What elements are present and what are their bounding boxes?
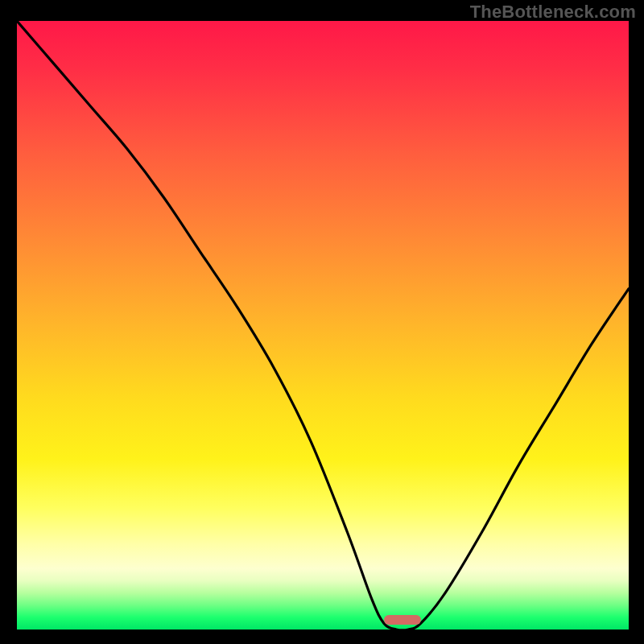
attribution-text: TheBottleneck.com: [470, 2, 636, 23]
bottleneck-curve: [17, 21, 629, 630]
optimal-marker: [384, 615, 421, 625]
curve-path: [17, 21, 629, 630]
plot-area: [17, 21, 629, 630]
chart-frame: TheBottleneck.com: [0, 0, 644, 644]
